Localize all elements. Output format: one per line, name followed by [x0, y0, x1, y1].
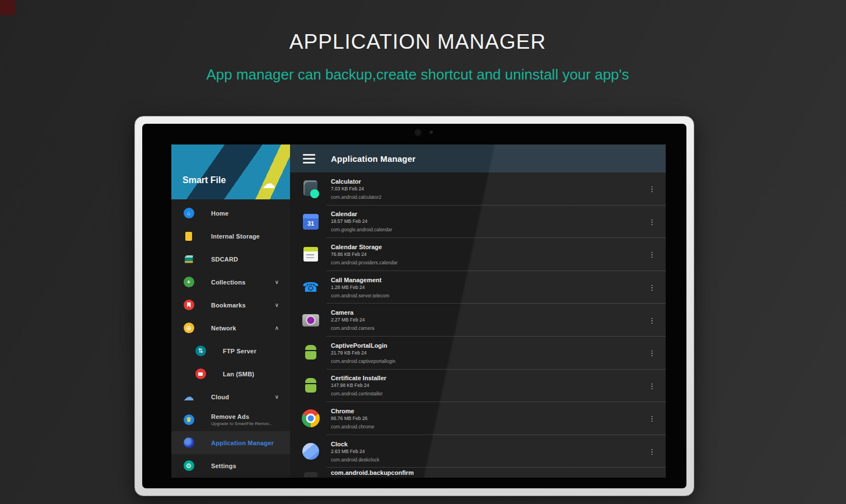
app-row-captiveportallogin[interactable]: CaptivePortalLogin 21.79 KB Feb 24 com.a…: [290, 337, 666, 370]
app-screen: Smart File ☁ ⌂ Home Internal Storage SDC: [171, 144, 666, 478]
app-row-calendar[interactable]: 31 Calendar 18.57 MB Feb 24 com.google.a…: [290, 206, 666, 239]
internal-storage-icon: [183, 231, 194, 242]
app-row-backupconfirm[interactable]: com.android.backupconfirm: [290, 468, 666, 477]
sidebar-item-lan-smb[interactable]: Lan (SMB): [171, 362, 290, 385]
corner-artifact: [0, 0, 15, 15]
kebab-menu-icon[interactable]: ⋮: [648, 218, 656, 225]
sidebar-menu: ⌂ Home Internal Storage SDCARD + Collect…: [171, 199, 290, 477]
clock-app-icon: [301, 442, 320, 461]
kebab-menu-icon[interactable]: ⋮: [648, 185, 656, 193]
android-robot-app-icon: [301, 376, 320, 395]
tablet-bezel: Smart File ☁ ⌂ Home Internal Storage SDC: [142, 124, 686, 488]
app-row-call-management[interactable]: ☎ Call Management 1.28 MB Feb 24 com.and…: [290, 271, 666, 304]
cloud-icon: ☁: [183, 391, 194, 403]
android-robot-app-icon: [301, 343, 320, 362]
sidebar: Smart File ☁ ⌂ Home Internal Storage SDC: [171, 144, 290, 478]
sensor-dot: [429, 130, 433, 134]
sidebar-item-home[interactable]: ⌂ Home: [171, 202, 290, 225]
chevron-down-icon: ∨: [275, 279, 279, 285]
call-management-app-icon: ☎: [301, 278, 320, 297]
calendar-app-icon: 31: [301, 212, 320, 231]
app-row-calculator[interactable]: Calculator 7.03 KB Feb 24 com.android.ca…: [290, 172, 666, 206]
network-icon: ⊕: [183, 323, 194, 334]
collections-icon: +: [183, 277, 194, 288]
calendar-storage-app-icon: [301, 245, 320, 264]
sidebar-item-cloud[interactable]: ☁ Cloud ∨: [171, 385, 290, 408]
page-title: APPLICATION MANAGER: [0, 30, 835, 54]
sidebar-item-bookmarks[interactable]: Bookmarks ∨: [171, 293, 290, 316]
main-content: Application Manager Calculator 7.03 KB F…: [290, 144, 666, 478]
settings-icon: ⚙: [183, 460, 194, 472]
app-row-camera[interactable]: Camera 2.27 MB Feb 24 com.android.camera…: [290, 304, 666, 337]
home-icon: ⌂: [183, 208, 194, 219]
kebab-menu-icon[interactable]: ⋮: [648, 251, 656, 258]
app-row-calendar-storage[interactable]: Calendar Storage 76.86 KB Feb 24 com.and…: [290, 238, 666, 271]
ftp-server-icon: ⇅: [195, 346, 206, 357]
kebab-menu-icon[interactable]: ⋮: [648, 284, 656, 291]
sidebar-item-internal-storage[interactable]: Internal Storage: [171, 225, 290, 248]
brand-name: Smart File: [183, 175, 226, 185]
application-manager-icon: [183, 437, 194, 449]
sidebar-item-remove-ads[interactable]: ♛ Remove Ads Upgrade to SmartFile Remov.…: [171, 408, 290, 431]
page-subtitle: App manager can backup,create shortcut a…: [0, 66, 835, 83]
sidebar-item-ftp-server[interactable]: ⇅ FTP Server: [171, 339, 290, 362]
app-list: Calculator 7.03 KB Feb 24 com.android.ca…: [290, 172, 666, 478]
sidebar-item-collections[interactable]: + Collections ∨: [171, 270, 290, 293]
sidebar-item-application-manager[interactable]: Application Manager: [171, 431, 290, 454]
app-row-chrome[interactable]: Chrome 86.76 MB Feb 26 com.android.chrom…: [290, 402, 666, 435]
camera-dot: [414, 129, 422, 136]
menu-icon[interactable]: [303, 154, 315, 164]
chevron-up-icon: ∧: [275, 325, 279, 331]
kebab-menu-icon[interactable]: ⋮: [648, 316, 656, 324]
kebab-menu-icon[interactable]: ⋮: [648, 349, 656, 357]
app-row-certificate-installer[interactable]: Certificate Installer 147.98 KB Feb 24 c…: [290, 370, 666, 403]
app-row-clock[interactable]: Clock 2.63 MB Feb 24 com.android.deskclo…: [290, 435, 666, 468]
camera-app-icon: [301, 311, 320, 330]
bookmarks-icon: [183, 300, 194, 311]
cloud-logo-icon: ☁: [262, 177, 275, 190]
remove-ads-icon: ♛: [183, 414, 194, 426]
app-header: Application Manager: [290, 144, 666, 172]
kebab-menu-icon[interactable]: ⋮: [648, 448, 656, 455]
sidebar-item-network[interactable]: ⊕ Network ∧: [171, 316, 290, 339]
app-header-title: Application Manager: [331, 154, 415, 164]
chrome-app-icon: [301, 409, 320, 428]
sdcard-icon: [183, 254, 194, 265]
drawer-header: Smart File ☁: [171, 144, 290, 199]
generic-app-icon: [301, 469, 320, 477]
tablet-mockup: Smart File ☁ ⌂ Home Internal Storage SDC: [134, 116, 694, 496]
calculator-app-icon: [301, 179, 320, 198]
sidebar-item-sdcard[interactable]: SDCARD: [171, 248, 290, 270]
sidebar-item-settings[interactable]: ⚙ Settings: [171, 454, 290, 477]
chevron-down-icon: ∨: [275, 302, 279, 308]
kebab-menu-icon[interactable]: ⋮: [648, 415, 656, 422]
chevron-down-icon: ∨: [275, 394, 279, 400]
lan-icon: [195, 368, 206, 380]
kebab-menu-icon[interactable]: ⋮: [648, 382, 656, 389]
